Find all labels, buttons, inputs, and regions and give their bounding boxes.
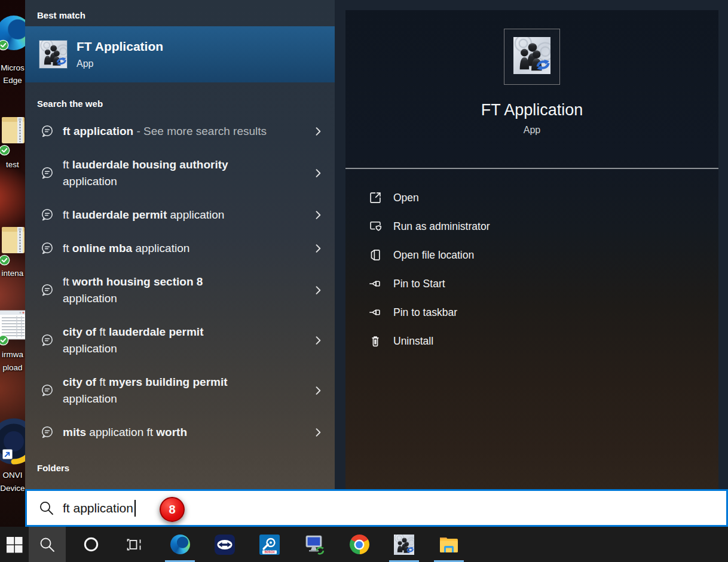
open-icon (368, 190, 383, 205)
chevron-right-icon (312, 125, 324, 137)
running-indicator (389, 560, 419, 562)
taskbar-button-remote-desktop[interactable] (300, 527, 329, 562)
ft-application-icon (39, 41, 67, 68)
svg-text:BOSCH: BOSCH (265, 551, 275, 554)
action-label: Uninstall (393, 335, 433, 348)
web-suggestion-icon (39, 165, 55, 181)
taskbar-button-taskbar-search[interactable] (29, 527, 66, 562)
desktop-icon-label: pload (0, 362, 25, 374)
action-label: Pin to taskbar (393, 306, 457, 319)
search-web-header: Search the web (25, 98, 335, 110)
sync-check-icon (0, 254, 10, 266)
annotation-badge-8: 8 (160, 497, 185, 522)
desktop-icon-label: Edge (0, 75, 25, 87)
taskbar-button-file-explorer[interactable] (435, 527, 463, 562)
best-match-subtitle: App (77, 59, 163, 69)
chevron-right-icon (312, 334, 324, 346)
web-suggestions-list: ft application - See more search results… (25, 117, 335, 447)
web-suggestion-icon (39, 241, 55, 256)
taskbar-button-task-view[interactable] (120, 527, 148, 562)
taskbar-button-bosch[interactable]: BOSCH (255, 527, 284, 562)
sync-check-icon (0, 39, 9, 51)
search-icon (39, 500, 54, 516)
suggestion-text: city of ft myers building permitapplicat… (63, 374, 307, 407)
taskbar-button-teamviewer[interactable] (210, 527, 239, 562)
desktop-icon-label: test (0, 159, 25, 171)
divider (345, 168, 718, 169)
app-icon-frame (504, 29, 560, 85)
chevron-right-icon (312, 209, 324, 221)
sync-check-icon (0, 334, 9, 346)
suggestion-text: mits application ft worth (63, 424, 307, 441)
taskbar-button-edge[interactable] (166, 527, 194, 562)
action-pin-to-start[interactable]: Pin to Start (345, 269, 718, 298)
chevron-right-icon (312, 242, 324, 254)
search-suggestion[interactable]: ft worth housing section 8application (25, 268, 335, 313)
web-suggestion-icon (39, 383, 55, 398)
pin-icon (368, 305, 383, 320)
detail-region: FT Application App Open Run as administr… (335, 0, 728, 489)
search-suggestion[interactable]: city of ft myers building permitapplicat… (25, 368, 335, 413)
uninstall-icon (368, 333, 383, 349)
search-suggestion[interactable]: ft application - See more search results (25, 117, 335, 146)
detail-app-subtitle: App (345, 124, 718, 136)
action-label: Run as administrator (393, 220, 490, 233)
web-suggestion-icon (39, 124, 55, 139)
search-suggestion[interactable]: ft lauderdale housing authorityapplicati… (25, 151, 335, 196)
web-suggestion-icon (39, 282, 55, 298)
best-match-result[interactable]: FT Application App (25, 26, 335, 82)
zip-folder-icon (1, 225, 25, 257)
desktop-icon-label: intena (0, 268, 25, 280)
suggestion-text: ft application - See more search results (63, 123, 307, 140)
desktop-wallpaper-strip: Micros Edge test intena irmwa pload ONVI… (0, 0, 25, 527)
action-run-as-administrator[interactable]: Run as administrator (345, 212, 718, 241)
action-pin-to-taskbar[interactable]: Pin to taskbar (345, 298, 718, 327)
desktop-icon-label: Device (0, 483, 25, 495)
action-open[interactable]: Open (345, 183, 718, 212)
context-actions-list: Open Run as administrator Open file loca… (345, 183, 718, 355)
best-match-header: Best match (25, 10, 335, 22)
chevron-right-icon (312, 284, 324, 296)
action-label: Open (393, 192, 419, 204)
desktop-icon-label: irmwa (0, 349, 25, 361)
pin-icon (368, 276, 383, 291)
taskbar-button-ft-app[interactable] (390, 527, 418, 562)
run-admin-icon (368, 219, 383, 234)
action-label: Open file location (393, 249, 474, 262)
taskbar-search-box[interactable]: ft application 8 (25, 489, 728, 527)
action-label: Pin to Start (393, 278, 445, 290)
running-indicator (165, 560, 195, 562)
chevron-right-icon (312, 167, 324, 179)
web-suggestion-icon (39, 333, 55, 348)
zip-folder-icon (1, 115, 25, 147)
running-indicator (434, 560, 464, 562)
search-input-value[interactable]: ft application (63, 501, 133, 515)
web-suggestion-icon (39, 425, 55, 440)
suggestion-text: ft lauderdale housing authorityapplicati… (63, 156, 307, 190)
suggestion-text: ft online mba application (63, 240, 307, 257)
chevron-right-icon (312, 426, 324, 438)
open-location-icon (368, 247, 383, 263)
folder-result[interactable]: FT Application (25, 480, 335, 489)
text-caret (134, 500, 136, 517)
shortcut-arrow-icon (2, 449, 13, 462)
taskbar-button-chrome[interactable] (345, 527, 374, 562)
web-suggestion-icon (39, 207, 55, 223)
search-suggestion[interactable]: city of ft lauderdale permitapplication (25, 318, 335, 363)
taskbar-button-start[interactable] (0, 527, 29, 562)
action-open-file-location[interactable]: Open file location (345, 241, 718, 269)
taskbar: BOSCH (0, 527, 728, 562)
suggestion-text: ft lauderdale permit application (63, 207, 307, 223)
search-suggestion[interactable]: ft lauderdale permit application (25, 201, 335, 229)
desktop-icon-label: Micros (0, 62, 25, 74)
ft-application-icon (513, 37, 550, 76)
sync-check-icon (0, 145, 10, 156)
desktop-icon-label: ONVI (0, 469, 25, 481)
detail-app-title: FT Application (345, 100, 718, 119)
search-suggestion[interactable]: ft online mba application (25, 234, 335, 263)
taskbar-button-cortana[interactable] (77, 527, 105, 562)
app-detail-card: FT Application App Open Run as administr… (345, 10, 718, 489)
best-match-title: FT Application (77, 39, 163, 54)
action-uninstall[interactable]: Uninstall (345, 327, 718, 355)
search-suggestion[interactable]: mits application ft worth (25, 418, 335, 447)
